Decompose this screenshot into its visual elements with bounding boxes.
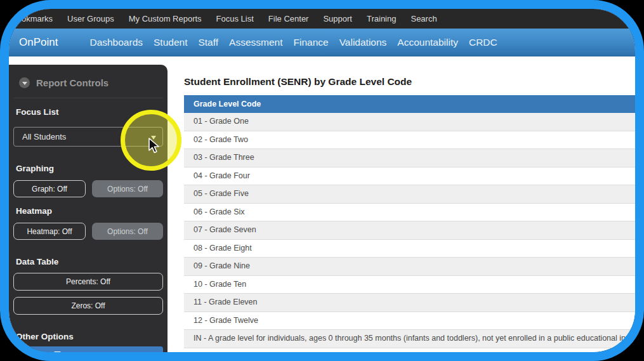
nav-item-finance[interactable]: Finance — [293, 37, 328, 48]
top-menu-bar: Bookmarks User Groups My Custom Reports … — [9, 9, 635, 29]
menu-item-file-center[interactable]: File Center — [268, 14, 309, 23]
graph-options-button[interactable]: Options: Off — [92, 180, 163, 197]
brand-logo[interactable]: OnPoint — [19, 36, 58, 49]
nav-item-validations[interactable]: Validations — [339, 37, 387, 48]
report-controls-panel: Report Controls Focus List All Students … — [9, 65, 168, 352]
nav-item-staff[interactable]: Staff — [198, 37, 218, 48]
heatmap-toggle-button[interactable]: Heatmap: Off — [13, 223, 86, 240]
menu-item-user-groups[interactable]: User Groups — [67, 14, 114, 23]
zeros-toggle-button[interactable]: Zeros: Off — [13, 297, 163, 315]
content-area: Report Controls Focus List All Students … — [9, 56, 635, 352]
other-options-label: Other Options — [16, 332, 163, 341]
excel-file-icon — [54, 351, 61, 352]
table-row: 03 - Grade Three — [184, 149, 635, 167]
table-row: IN - A grade level for individuals, ages… — [184, 330, 635, 348]
arrow-cursor-icon — [148, 138, 163, 155]
menu-item-search[interactable]: Search — [411, 14, 437, 23]
grade-level-table: Grade Level Code 01 - Grade One 02 - Gra… — [184, 95, 635, 348]
table-row: 05 - Grade Five — [184, 185, 635, 204]
app-window: Bookmarks User Groups My Custom Reports … — [9, 9, 635, 352]
table-row: 12 - Grade Twelve — [184, 312, 635, 331]
table-row: 08 - Grade Eight — [184, 240, 635, 258]
heatmap-options-button[interactable]: Options: Off — [92, 223, 163, 240]
nav-item-crdc[interactable]: CRDC — [469, 37, 497, 48]
nav-item-student[interactable]: Student — [154, 37, 187, 48]
report-controls-header[interactable]: Report Controls — [13, 65, 163, 88]
graph-toggle-button[interactable]: Graph: Off — [13, 180, 86, 197]
table-row: 10 - Grade Ten — [184, 276, 635, 294]
table-row: 11 - Grade Eleven — [184, 294, 635, 312]
focus-list-selected-value: All Students — [22, 132, 66, 141]
primary-nav-bar: OnPoint Dashboards Student Staff Assessm… — [9, 29, 635, 56]
menu-item-focus-list[interactable]: Focus List — [216, 14, 254, 23]
table-header-grade-level-code: Grade Level Code — [184, 95, 635, 113]
table-row: 04 - Grade Four — [184, 167, 635, 186]
nav-item-assessment[interactable]: Assessment — [229, 37, 282, 48]
report-area: Student Enrollment (SENR) by Grade Level… — [168, 56, 635, 352]
heatmap-label: Heatmap — [16, 206, 163, 216]
percents-toggle-button[interactable]: Percents: Off — [13, 273, 163, 291]
page-title: Student Enrollment (SENR) by Grade Level… — [184, 76, 635, 88]
table-row: 07 - Grade Seven — [184, 221, 635, 240]
panel-title: Report Controls — [36, 77, 108, 88]
collapse-panel-button[interactable] — [19, 77, 30, 88]
table-row: 01 - Grade One — [184, 113, 635, 131]
menu-item-support[interactable]: Support — [323, 14, 352, 23]
export-button-label: Export to Excel — [67, 351, 122, 353]
table-row: 09 - Grade Nine — [184, 258, 635, 276]
table-body: 01 - Grade One 02 - Grade Two 03 - Grade… — [184, 113, 635, 348]
primary-nav-menu: Dashboards Student Staff Assessment Fina… — [89, 37, 497, 48]
table-row: 02 - Grade Two — [184, 131, 635, 150]
chevron-down-icon — [22, 82, 27, 85]
nav-item-dashboards[interactable]: Dashboards — [89, 37, 143, 48]
table-row: 06 - Grade Six — [184, 204, 635, 222]
export-to-excel-button[interactable]: Export to Excel — [13, 346, 163, 352]
divider — [13, 98, 163, 98]
menu-item-my-custom-reports[interactable]: My Custom Reports — [129, 14, 202, 23]
menu-item-bookmarks[interactable]: Bookmarks — [11, 14, 53, 23]
mouse-cursor — [148, 138, 163, 158]
nav-item-accountability[interactable]: Accountability — [397, 37, 458, 48]
data-table-label: Data Table — [16, 257, 163, 266]
menu-item-training[interactable]: Training — [367, 14, 396, 23]
